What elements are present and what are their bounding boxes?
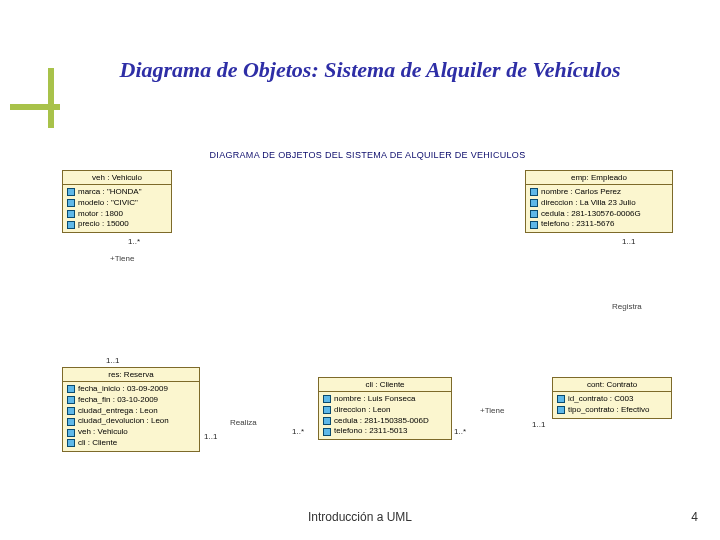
object-header: cli : Cliente: [319, 378, 451, 392]
object-attr: fecha_fin : 03-10-2009: [67, 395, 195, 406]
object-attr: motor : 1800: [67, 209, 167, 220]
multiplicity: 1..1: [106, 356, 119, 365]
svg-rect-16: [324, 417, 331, 424]
multiplicity: 1..1: [622, 237, 635, 246]
object-res: res: Reserva fecha_inicio : 03-09-2009 f…: [62, 367, 200, 452]
attribute-icon: [67, 188, 75, 196]
object-attr: cedula : 281-130576-0006G: [530, 209, 668, 220]
page-number: 4: [691, 510, 698, 524]
attribute-icon: [67, 199, 75, 207]
accent-vertical: [48, 68, 54, 128]
multiplicity: 1..1: [204, 432, 217, 441]
svg-rect-15: [324, 407, 331, 414]
svg-rect-6: [531, 210, 538, 217]
object-attr: direccion : Leon: [323, 405, 447, 416]
multiplicity: 1..1: [532, 420, 545, 429]
attribute-icon: [530, 210, 538, 218]
attribute-icon: [323, 395, 331, 403]
attribute-icon: [530, 199, 538, 207]
object-attr: precio : 15000: [67, 219, 167, 230]
attribute-icon: [67, 407, 75, 415]
object-attr: modelo : "CIVIC": [67, 198, 167, 209]
attribute-icon: [557, 395, 565, 403]
multiplicity: 1..*: [292, 427, 304, 436]
object-cont: cont: Contrato id_contrato : C003 tipo_c…: [552, 377, 672, 419]
attribute-icon: [323, 417, 331, 425]
svg-rect-12: [68, 429, 75, 436]
attribute-icon: [67, 396, 75, 404]
object-attr: marca : "HONDA": [67, 187, 167, 198]
object-attr: nombre : Luis Fonseca: [323, 394, 447, 405]
object-attr: tipo_contrato : Efectivo: [557, 405, 667, 416]
svg-rect-9: [68, 397, 75, 404]
object-header: cont: Contrato: [553, 378, 671, 392]
object-cli: cli : Cliente nombre : Luis Fonseca dire…: [318, 377, 452, 440]
svg-rect-5: [531, 200, 538, 207]
attribute-icon: [323, 406, 331, 414]
object-attr: ciudad_devolucion : Leon: [67, 416, 195, 427]
svg-rect-11: [68, 418, 75, 425]
svg-rect-7: [531, 221, 538, 228]
object-attr: cedula : 281-150385-006D: [323, 416, 447, 427]
object-attr: id_contrato : C003: [557, 394, 667, 405]
attribute-icon: [67, 385, 75, 393]
attribute-icon: [530, 188, 538, 196]
diagram-canvas: DIAGRAMA DE OBJETOS DEL SISTEMA DE ALQUI…: [60, 142, 675, 472]
attribute-icon: [557, 406, 565, 414]
svg-rect-8: [68, 386, 75, 393]
svg-rect-19: [558, 407, 565, 414]
attribute-icon: [323, 428, 331, 436]
svg-rect-13: [68, 440, 75, 447]
object-attr: ciudad_entrega : Leon: [67, 406, 195, 417]
slide-footer: Introducción a UML: [0, 510, 720, 524]
object-attr: telefono : 2311-5676: [530, 219, 668, 230]
svg-rect-2: [68, 210, 75, 217]
object-attr: fecha_inicio : 03-09-2009: [67, 384, 195, 395]
relation-label-realiza: Realiza: [230, 418, 257, 427]
multiplicity: 1..*: [128, 237, 140, 246]
svg-rect-18: [558, 396, 565, 403]
attribute-icon: [530, 221, 538, 229]
relation-label-tiene-veh-res: +Tiene: [110, 254, 134, 263]
object-attr: nombre : Carlos Perez: [530, 187, 668, 198]
slide-title: Diagrama de Objetos: Sistema de Alquiler…: [60, 56, 680, 84]
object-emp: emp: Empleado nombre : Carlos Perez dire…: [525, 170, 673, 233]
svg-rect-17: [324, 428, 331, 435]
svg-rect-1: [68, 200, 75, 207]
object-header: veh : Vehiculo: [63, 171, 171, 185]
attribute-icon: [67, 221, 75, 229]
relation-label-registra: Registra: [612, 302, 642, 311]
relation-label-tiene-cli-cont: +Tiene: [480, 406, 504, 415]
object-attr: telefono : 2311-5013: [323, 426, 447, 437]
svg-rect-4: [531, 189, 538, 196]
object-header: emp: Empleado: [526, 171, 672, 185]
object-veh: veh : Vehiculo marca : "HONDA" modelo : …: [62, 170, 172, 233]
object-header: res: Reserva: [63, 368, 199, 382]
attribute-icon: [67, 210, 75, 218]
diagram-subtitle: DIAGRAMA DE OBJETOS DEL SISTEMA DE ALQUI…: [60, 150, 675, 160]
object-attr: veh : Vehiculo: [67, 427, 195, 438]
object-attr: direccion : La Villa 23 Julio: [530, 198, 668, 209]
svg-rect-0: [68, 189, 75, 196]
svg-rect-14: [324, 396, 331, 403]
svg-rect-3: [68, 221, 75, 228]
object-attr: cli : Cliente: [67, 438, 195, 449]
multiplicity: 1..*: [454, 427, 466, 436]
accent-horizontal: [10, 104, 60, 110]
svg-rect-10: [68, 407, 75, 414]
attribute-icon: [67, 418, 75, 426]
attribute-icon: [67, 439, 75, 447]
attribute-icon: [67, 429, 75, 437]
